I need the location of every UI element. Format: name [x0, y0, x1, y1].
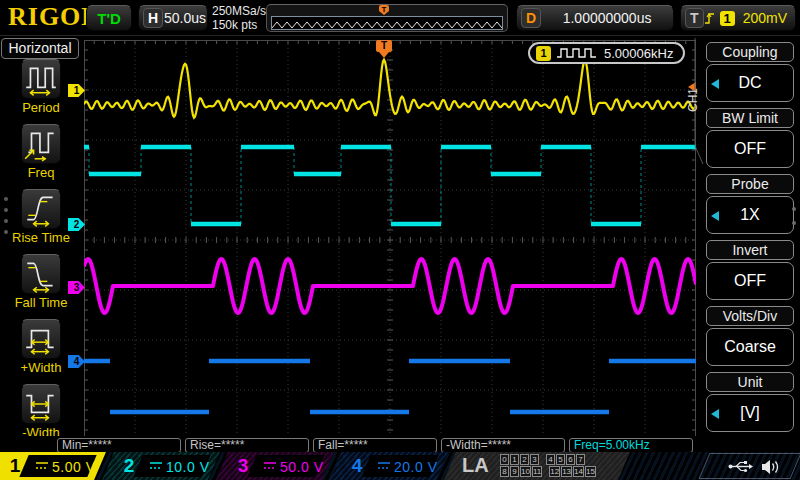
unit-value: [V]: [740, 404, 760, 422]
h-label: H: [143, 8, 163, 28]
la-label: LA: [462, 454, 489, 477]
bw-limit-value: OFF: [734, 140, 766, 158]
probe-label: Probe: [706, 174, 794, 194]
volts-div-group[interactable]: Volts/Div Coarse: [706, 306, 794, 366]
menu-scroll-dot: [4, 197, 8, 201]
la-digit: 12: [549, 466, 560, 477]
measurement-strip: Min=***** Rise=***** Fall=***** -Width=*…: [0, 436, 800, 452]
la-digit: 0: [500, 454, 509, 465]
delay-box[interactable]: D 1.00000000us: [516, 5, 674, 31]
menu-tab-ch1: CH1: [686, 74, 700, 126]
preview-trigger-marker[interactable]: T: [379, 5, 389, 15]
memory-depth: 150k pts: [212, 18, 266, 32]
measurement-min: Min=*****: [57, 438, 181, 453]
rise-time-button[interactable]: [21, 189, 61, 229]
volts-div-value-button[interactable]: Coarse: [706, 328, 794, 366]
invert-group[interactable]: Invert OFF: [706, 240, 794, 300]
probe-group[interactable]: Probe 1X: [706, 174, 794, 234]
minus-width-button[interactable]: [21, 384, 61, 424]
la-digit: 2: [520, 454, 529, 465]
rising-edge-icon: [704, 10, 716, 26]
sound-icon: [760, 459, 782, 475]
bw-limit-value-button[interactable]: OFF: [706, 130, 794, 168]
period-button[interactable]: [21, 59, 61, 99]
menu-scroll-dot: [4, 230, 8, 234]
left-menu-title: Horizontal: [1, 38, 79, 59]
unit-label: Unit: [706, 372, 794, 392]
invert-label: Invert: [706, 240, 794, 260]
unit-value-button[interactable]: [V]: [706, 394, 794, 432]
la-digit: 6: [566, 454, 575, 465]
channel-1-number: 1: [4, 455, 26, 477]
waveform-preview-strip[interactable]: T: [266, 4, 508, 32]
unit-group[interactable]: Unit [V]: [706, 372, 794, 432]
menu-scroll-dot: [792, 207, 796, 211]
la-digit-row: 89101112131415: [500, 466, 620, 478]
dc-coupling-icon: [378, 461, 390, 470]
channel-4-scale: 20.0 V: [394, 459, 437, 475]
la-digit: 14: [573, 466, 584, 477]
invert-value-button[interactable]: OFF: [706, 262, 794, 300]
fall-time-button[interactable]: [21, 254, 61, 294]
channel-2-number: 2: [118, 455, 140, 477]
probe-value-button[interactable]: 1X: [706, 196, 794, 234]
horizontal-timebase-box[interactable]: H 50.0us: [138, 5, 208, 31]
oscilloscope-screen: RIGOL T'D H 50.0us 250MSa/s 150k pts T D…: [0, 0, 800, 480]
volts-div-label: Volts/Div: [706, 306, 794, 326]
d-label: D: [521, 8, 541, 28]
channel-3-marker[interactable]: 3: [68, 281, 85, 294]
channel-2-marker[interactable]: 2: [68, 218, 85, 231]
channel-status-bar: 1 2 3 4 5.00 V 10.0 V 50.0 V 20.0 V LA 0…: [0, 452, 800, 480]
plus-width-icon: [22, 320, 60, 358]
coupling-value-button[interactable]: DC: [706, 64, 794, 102]
waveform-canvas: [84, 40, 696, 440]
measurement-width: -Width=*****: [441, 438, 565, 453]
channel-1-marker[interactable]: 1: [68, 84, 85, 97]
measurement-fall: Fall=*****: [313, 438, 437, 453]
fall-time-label: Fall Time: [0, 295, 82, 310]
minus-width-icon: [22, 385, 60, 423]
channel-4-number: 4: [346, 455, 368, 477]
coupling-value: DC: [738, 74, 761, 92]
menu-item-freq[interactable]: Freq: [0, 124, 82, 184]
freq-counter-channel: 1: [536, 46, 551, 61]
t-label: T: [685, 8, 704, 28]
plus-width-button[interactable]: [21, 319, 61, 359]
rise-time-label: Rise Time: [0, 230, 82, 245]
sample-rate: 250MSa/s: [212, 4, 266, 18]
menu-scroll-dot: [4, 219, 8, 223]
freq-icon: [22, 125, 60, 163]
period-label: Period: [0, 100, 82, 115]
preview-wave-icon: [272, 19, 502, 31]
la-digit: 11: [532, 466, 542, 477]
channel-4-marker[interactable]: 4: [68, 355, 85, 368]
coupling-group[interactable]: Coupling DC: [706, 42, 794, 102]
la-digit: 3: [530, 454, 539, 465]
dc-coupling-icon: [36, 461, 48, 470]
trigger-position-marker[interactable]: T: [376, 40, 392, 52]
la-digit: 9: [510, 466, 519, 477]
menu-item-minus-width[interactable]: -Width: [0, 384, 82, 444]
freq-button[interactable]: [21, 124, 61, 164]
right-soft-menu: CH1 Coupling DC BW Limit OFF Probe 1X In…: [700, 36, 800, 452]
fall-time-icon: [22, 255, 60, 293]
top-status-bar: RIGOL T'D H 50.0us 250MSa/s 150k pts T D…: [0, 0, 800, 36]
acquisition-info: 250MSa/s 150k pts: [212, 4, 266, 32]
waveform-display: [84, 40, 696, 440]
measurement-freq: Freq=5.00kHz: [569, 438, 693, 453]
la-digit: 15: [585, 466, 596, 477]
trigger-status-indicator: T'D: [86, 5, 132, 31]
trigger-settings-box[interactable]: T 1 200mV: [680, 5, 796, 31]
la-digit: 10: [520, 466, 531, 477]
trigger-level-value: 200mV: [735, 10, 795, 26]
bw-limit-group[interactable]: BW Limit OFF: [706, 108, 794, 168]
left-triangle-icon: [711, 79, 719, 89]
menu-scroll-dot: [792, 221, 796, 225]
menu-item-plus-width[interactable]: +Width: [0, 319, 82, 379]
la-digit-grid: 01234567 89101112131415: [500, 454, 620, 478]
left-measure-menu: Horizontal Period F: [0, 36, 82, 452]
channel-3-number: 3: [232, 455, 254, 477]
la-digit: 8: [500, 466, 509, 477]
menu-scroll-dot: [4, 208, 8, 212]
dc-coupling-icon: [150, 461, 162, 470]
